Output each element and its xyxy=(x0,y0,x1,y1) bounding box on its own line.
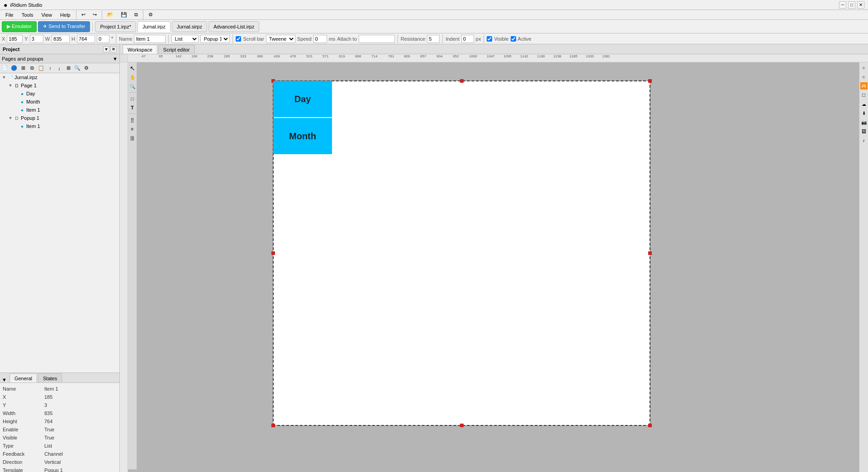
popup-dropdown[interactable]: Popup 1 xyxy=(200,35,230,43)
month-item[interactable]: Month xyxy=(273,118,332,154)
w-field[interactable] xyxy=(52,35,70,43)
design-canvas[interactable]: Day Month xyxy=(273,80,650,426)
tab-jurnal-sirpz[interactable]: Jurnal.sirpz xyxy=(172,21,207,32)
pages-panel: Pages and popups ▼ 📄 🔵 ⊞ ⧉ 📋 ↑ ↓ ⊞ 🔍 ⚙ ▼… xyxy=(0,54,119,373)
panel-close-btn[interactable]: ✕ xyxy=(110,46,117,52)
prop-direction-value: Vertical xyxy=(43,459,61,465)
menu-file[interactable]: File xyxy=(2,11,17,19)
tweener-dropdown[interactable]: Tweener xyxy=(266,35,295,43)
type-dropdown[interactable]: List xyxy=(171,35,199,43)
panel-collapse-btn[interactable]: ▼ xyxy=(103,46,109,52)
indent-field[interactable] xyxy=(461,35,474,43)
handle-tm[interactable] xyxy=(460,79,464,83)
handle-bm[interactable] xyxy=(460,424,464,427)
settings-tree-btn[interactable]: ⚙ xyxy=(82,64,90,72)
menu-tools[interactable]: Tools xyxy=(18,11,37,19)
redo-button[interactable]: ↪ xyxy=(90,9,100,20)
copy-button[interactable]: ⧉ xyxy=(131,9,141,20)
ruler-mark-190: 190 xyxy=(191,54,197,58)
save-button[interactable]: 💾 xyxy=(118,9,130,20)
tab-states[interactable]: States xyxy=(38,373,62,382)
tree-item-jurnal[interactable]: ▼ 📄 Jurnal.irpz xyxy=(0,73,119,81)
undo-button[interactable]: ↩ xyxy=(78,9,89,20)
pointer-tool[interactable]: ↖ xyxy=(128,64,137,72)
y-label: Y xyxy=(24,36,28,42)
close-button[interactable]: ✕ xyxy=(857,1,864,9)
tab-advanced[interactable]: Advanced-List.irpz xyxy=(209,21,260,32)
h-field[interactable] xyxy=(77,35,95,43)
move-up-btn[interactable]: ↑ xyxy=(46,64,54,72)
ruler-mark-238: 238 xyxy=(207,54,213,58)
menu-view[interactable]: View xyxy=(38,11,56,19)
paste-item-btn[interactable]: 📋 xyxy=(37,64,45,72)
right-btn-img[interactable]: 🖼 xyxy=(860,127,868,135)
tab-general[interactable]: General xyxy=(9,373,37,382)
handle-tr[interactable] xyxy=(648,79,652,83)
handle-ml[interactable] xyxy=(271,251,275,255)
icon-item1-popup: ● xyxy=(19,124,25,129)
list-tool[interactable]: ≡ xyxy=(128,125,137,133)
sep5 xyxy=(116,34,116,43)
right-btn-js[interactable]: JS xyxy=(860,82,868,90)
tab-script-editor[interactable]: Script editor xyxy=(158,45,195,54)
right-btn-music[interactable]: ♪ xyxy=(860,137,868,144)
horizontal-ruler: 47 95 142 190 238 285 333 380 428 476 52… xyxy=(128,54,868,62)
right-btn-down[interactable]: ⬇ xyxy=(860,109,868,117)
icon-popup1: 🗋 xyxy=(14,116,20,121)
canvas-scroll-area[interactable]: ↖ ✋ 🔍 □ T ⣿ ≡ ||| xyxy=(128,62,859,472)
handle-bl[interactable] xyxy=(271,424,275,427)
x-field[interactable] xyxy=(7,35,23,43)
copy-item-btn[interactable]: ⧉ xyxy=(28,64,36,72)
minimize-button[interactable]: ─ xyxy=(839,1,846,9)
tree-item-item1-popup[interactable]: ● Item 1 xyxy=(0,122,119,130)
right-btn-cloud[interactable]: ☁ xyxy=(860,100,868,108)
tree-item-page1[interactable]: ▼ 🗋 Page 1 xyxy=(0,81,119,90)
visible-checkbox[interactable] xyxy=(487,36,492,42)
tree-item-item1-page[interactable]: ● Item 1 xyxy=(0,106,119,114)
tab-workspace[interactable]: Workspace xyxy=(123,45,157,54)
attach-field[interactable] xyxy=(359,35,395,43)
maximize-button[interactable]: □ xyxy=(848,1,855,9)
tree-item-popup1[interactable]: ▼ 🗋 Popup 1 xyxy=(0,114,119,122)
collapse-arrow[interactable]: ▼ xyxy=(2,377,7,382)
name-field[interactable] xyxy=(134,35,166,43)
open-button[interactable]: 📂 xyxy=(104,9,117,20)
properties-tabs: ▼ General States xyxy=(0,373,119,383)
pages-toolbar: 📄 🔵 ⊞ ⧉ 📋 ↑ ↓ ⊞ 🔍 ⚙ xyxy=(0,63,119,73)
right-btn-cam[interactable]: 📷 xyxy=(860,118,868,126)
day-item[interactable]: Day xyxy=(273,81,332,117)
tab-jurnal-irpz[interactable]: Jurnal.irpz xyxy=(138,21,171,32)
zoom-tool[interactable]: 🔍 xyxy=(128,82,137,90)
bar-tool[interactable]: ||| xyxy=(128,134,137,142)
move-down-btn[interactable]: ↓ xyxy=(55,64,63,72)
right-btn-4[interactable]: □ xyxy=(860,91,868,99)
handle-br[interactable] xyxy=(648,424,652,427)
tree-item-month[interactable]: ● Month xyxy=(0,98,119,106)
tree-item-day[interactable]: ● Day xyxy=(0,90,119,98)
add-popup-btn[interactable]: ⊞ xyxy=(19,64,27,72)
scrollbar-checkbox[interactable] xyxy=(236,36,241,42)
zoom-fit-btn[interactable]: ⊞ xyxy=(64,64,72,72)
active-checkbox[interactable] xyxy=(511,36,516,42)
titlebar-controls[interactable]: ─ □ ✕ xyxy=(839,1,864,9)
handle-mr[interactable] xyxy=(648,251,652,255)
menu-help[interactable]: Help xyxy=(57,11,74,19)
grid-tool[interactable]: ⣿ xyxy=(128,116,137,124)
angle-field[interactable] xyxy=(97,35,109,43)
hand-tool[interactable]: ✋ xyxy=(128,73,137,81)
search-btn[interactable]: 🔍 xyxy=(73,64,81,72)
resistance-field[interactable] xyxy=(427,35,440,43)
emulator-button[interactable]: ▶ Emulator xyxy=(2,21,37,32)
speed-field[interactable] xyxy=(313,35,327,43)
tab-project[interactable]: Project 1.irpz* xyxy=(95,21,136,32)
add-page-btn[interactable]: 📄 xyxy=(1,64,9,72)
add-item-btn[interactable]: 🔵 xyxy=(10,64,18,72)
draw-rect-tool[interactable]: □ xyxy=(128,94,137,103)
text-tool[interactable]: T xyxy=(128,104,137,112)
transfer-button[interactable]: ✈ Send to Transfer xyxy=(38,21,90,32)
right-btn-1[interactable]: ≡ xyxy=(860,64,868,71)
y-field[interactable] xyxy=(30,35,43,43)
pages-dropdown[interactable]: ▼ xyxy=(113,56,118,61)
settings-button[interactable]: ⚙ xyxy=(145,9,156,20)
right-btn-2[interactable]: ≡ xyxy=(860,73,868,80)
